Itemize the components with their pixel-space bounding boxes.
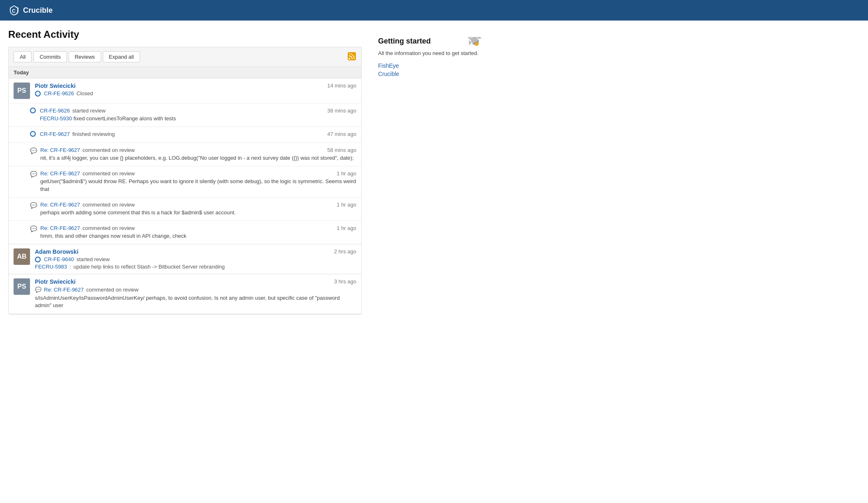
timestamp-comment-4: 1 hr ago [337,225,356,231]
comment-header-3: Re: CR-FE-9627 commented on review [40,202,356,208]
user-name-piotr-1[interactable]: Piotr Swiecicki [35,83,76,89]
review-icon-9627-finished [30,131,36,137]
logo[interactable]: C Crucible [8,5,53,16]
comment-header-9626-started: CR-FE-9626 started review [40,108,356,114]
sub-item-cr9626-started: CR-FE-9626 started review FECRU-5930 fix… [9,103,361,127]
page-title: Recent Activity [8,29,362,40]
link-re-cr9627-3[interactable]: Re: CR-FE-9627 [40,202,80,208]
action-comment-3: commented on review [83,202,135,208]
activity-group-piotr-2: PS Piotr Swiecicki 💬 Re: CR-FE-9627 comm… [9,274,361,314]
timestamp-comment-2: 1 hr ago [337,170,356,177]
user-content-piotr-1: Piotr Swiecicki CR-FE-9626 Closed [35,83,356,96]
activity-list: Today PS Piotr Swiecicki CR-FE-9626 Clos… [8,67,362,315]
date-header-today: Today [9,67,361,78]
rss-icon[interactable] [347,52,356,62]
timestamp-adam: 2 hrs ago [334,248,356,255]
user-row-piotr-1: PS Piotr Swiecicki CR-FE-9626 Closed 14 … [9,78,361,103]
sub-item-cr9627-finished: CR-FE-9627 finished reviewing 47 mins ag… [9,127,361,143]
comment-bubble-icon-3: 💬 [30,202,37,209]
user-name-piotr-2[interactable]: Piotr Swiecicki [35,278,76,285]
link-re-cr9627-2[interactable]: Re: CR-FE-9627 [40,170,80,177]
review-link-cr9626[interactable]: CR-FE-9626 [44,90,74,96]
user-name-adam[interactable]: Adam Borowski [35,248,78,255]
filter-all-button[interactable]: All [14,51,32,62]
activity-group-piotr-1: PS Piotr Swiecicki CR-FE-9626 Closed 14 … [9,78,361,244]
timestamp-9626-started: 38 mins ago [327,108,356,114]
sidebar-description: All the information you need to get star… [378,49,485,57]
sidebar: Getting started All the information you … [378,29,485,315]
comment-header-1: Re: CR-FE-9627 commented on review [40,147,356,153]
comment-header-9627-finished: CR-FE-9627 finished reviewing [40,131,356,137]
logo-text: Crucible [23,6,53,15]
action-piotr-2: commented on review [86,287,139,293]
activity-row-piotr-comment: 💬 Re: CR-FE-9627 commented on review [35,286,356,293]
link-re-cr9627-4[interactable]: Re: CR-FE-9627 [40,225,80,231]
action-comment-4: commented on review [83,225,135,231]
link-cr9627-finished[interactable]: CR-FE-9627 [40,131,70,137]
main-container: Recent Activity All Commits Reviews Expa… [0,21,493,323]
timestamp-comment-1: 58 mins ago [327,147,356,153]
comment-row-3: 💬 Re: CR-FE-9627 commented on review per… [9,198,361,221]
link-cr9626-sub[interactable]: CR-FE-9626 [40,108,70,114]
action-finished: finished reviewing [72,131,115,137]
svg-point-2 [349,58,350,60]
timestamp-comment-3: 1 hr ago [337,202,356,208]
timestamp-piotr-2: 3 hrs ago [334,278,356,285]
piotr2-bottom-text: s/isAdminUserKey/isPasswordAdminUserKey/… [35,294,356,309]
comment-text-4: hmm, this and other changes now result i… [40,232,356,240]
timestamp-9627-finished: 47 mins ago [327,131,356,137]
user-content-piotr-2: Piotr Swiecicki 💬 Re: CR-FE-9627 comment… [35,278,356,309]
content-area: Recent Activity All Commits Reviews Expa… [8,29,362,315]
sidebar-header: Getting started [378,37,485,49]
comment-row-4: 💬 Re: CR-FE-9627 commented on review hmm… [9,221,361,244]
avatar-piotr-1: PS [14,83,30,99]
action-adam: started review [76,256,110,262]
activity-group-adam: AB Adam Borowski CR-FE-9640 started revi… [9,244,361,274]
link-fecru5983[interactable]: FECRU-5983 [35,264,67,270]
action-comment-2: commented on review [83,170,135,177]
comment-text-3: perhaps worth adding some comment that t… [40,209,356,216]
link-fecru5930[interactable]: FECRU-5930 [40,115,72,122]
activity-row-cr9626: CR-FE-9626 Closed [35,90,356,96]
timestamp-piotr-1: 14 mins ago [327,83,356,89]
rocket-icon [460,37,485,49]
link-re-cr9627-1[interactable]: Re: CR-FE-9627 [40,147,80,153]
expand-all-button[interactable]: Expand all [103,51,140,62]
link-re-cr9627-piotr2[interactable]: Re: CR-FE-9627 [44,287,84,293]
filter-reviews-button[interactable]: Reviews [69,51,101,62]
comment-bubble-icon-piotr2: 💬 [35,287,42,293]
comment-body-1: Re: CR-FE-9627 commented on review nit, … [40,147,356,162]
comment-body-9627-finished: CR-FE-9627 finished reviewing [40,131,356,138]
commit-line: FECRU-5930 fixed convertLinesToRange alo… [40,115,356,122]
sidebar-link-crucible[interactable]: Crucible [378,71,485,77]
comment-row-2: 💬 Re: CR-FE-9627 commented on review get… [9,166,361,197]
activity-row-cr9640: CR-FE-9640 started review [35,256,356,262]
review-icon-cr9626 [35,91,41,96]
user-row-adam: AB Adam Borowski CR-FE-9640 started revi… [9,244,361,274]
comment-row-1: 💬 Re: CR-FE-9627 commented on review nit… [9,143,361,166]
status-closed: Closed [76,90,93,96]
sidebar-link-fisheye[interactable]: FishEye [378,62,485,69]
user-content-adam: Adam Borowski CR-FE-9640 started review … [35,248,356,270]
comment-bubble-icon-4: 💬 [30,225,37,232]
comment-bubble-icon-1: 💬 [30,147,37,154]
svg-text:C: C [12,8,16,14]
comment-body-3: Re: CR-FE-9627 commented on review perha… [40,202,356,216]
comment-header-4: Re: CR-FE-9627 commented on review [40,225,356,231]
comment-body-9626-started: CR-FE-9626 started review FECRU-5930 fix… [40,108,356,122]
filter-bar: All Commits Reviews Expand all [8,47,362,67]
commit-desc-5983: update help links to reflect Stash -> Bi… [74,264,225,270]
logo-icon: C [8,5,20,16]
review-icon-9626-sub [30,108,36,113]
filter-commits-button[interactable]: Commits [33,51,67,62]
comment-body-4: Re: CR-FE-9627 commented on review hmm, … [40,225,356,240]
commit-text-5983: : [69,264,71,270]
commit-row-adam: FECRU-5983 : update help links to reflec… [35,264,356,270]
review-icon-cr9640 [35,257,41,262]
action-started: started review [72,108,106,114]
review-link-cr9640[interactable]: CR-FE-9640 [44,256,74,262]
comment-body-2: Re: CR-FE-9627 commented on review getUs… [40,170,356,193]
comment-header-2: Re: CR-FE-9627 commented on review [40,170,356,177]
action-comment-1: commented on review [83,147,135,153]
avatar-piotr-2: PS [14,278,30,295]
